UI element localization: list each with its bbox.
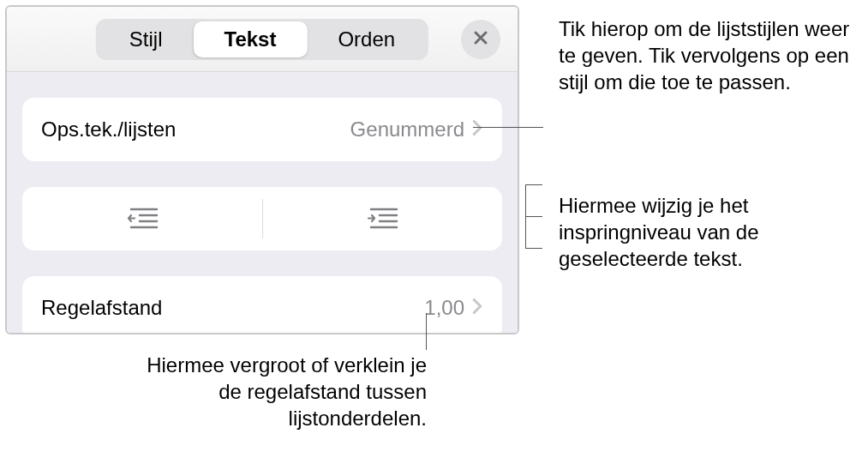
callout-leader	[426, 313, 427, 350]
callout-list-styles: Tik hierop om de lijststijlen weer te ge…	[559, 15, 853, 96]
tab-tekst[interactable]: Tekst	[194, 21, 308, 57]
indent-controls-row	[22, 187, 502, 250]
line-spacing-row[interactable]: Regelafstand 1,00	[22, 276, 502, 334]
outdent-icon	[124, 205, 160, 233]
callout-spacing: Hiermee vergroot of verklein je de regel…	[144, 352, 427, 432]
chevron-right-icon	[471, 298, 483, 318]
tab-stijl[interactable]: Stijl	[99, 21, 194, 57]
panel-header: Stijl Tekst Orden	[7, 7, 518, 72]
close-icon	[472, 29, 489, 49]
bullets-lists-row[interactable]: Ops.tek./lijsten Genummerd	[22, 98, 502, 161]
outdent-button[interactable]	[22, 187, 262, 250]
callout-indent: Hiermee wijzig je het inspringniveau van…	[559, 192, 853, 273]
line-spacing-label: Regelafstand	[41, 296, 162, 320]
format-panel: Stijl Tekst Orden Ops.tek./lijsten Genum…	[5, 5, 519, 334]
close-button[interactable]	[461, 20, 500, 59]
callout-leader	[525, 216, 542, 217]
chevron-right-icon	[471, 119, 483, 140]
callout-leader	[473, 127, 543, 128]
callout-leader	[525, 248, 542, 249]
line-spacing-value: 1,00	[424, 296, 464, 320]
tab-orden[interactable]: Orden	[307, 21, 426, 57]
indent-button[interactable]	[263, 187, 503, 250]
bullets-lists-value: Genummerd	[350, 118, 464, 142]
bullets-lists-label: Ops.tek./lijsten	[41, 118, 176, 142]
indent-icon	[364, 205, 400, 233]
segmented-tabs: Stijl Tekst Orden	[96, 19, 428, 60]
panel-content: Ops.tek./lijsten Genummerd	[7, 72, 518, 333]
callout-leader	[525, 184, 542, 185]
